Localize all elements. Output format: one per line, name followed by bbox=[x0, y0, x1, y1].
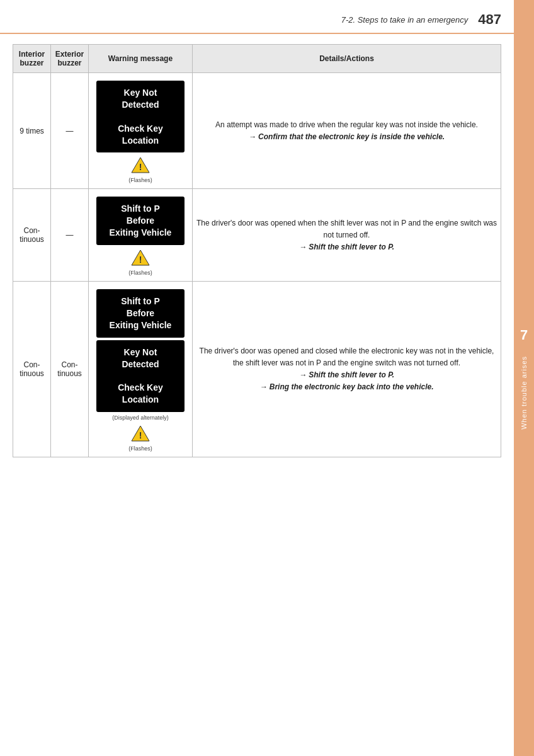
displayed-alternately-label: (Displayed alternately) bbox=[93, 415, 188, 421]
table-row: Con-tinuous Con-tinuous Shift to PBefore… bbox=[13, 282, 501, 457]
warning-triangle-icon-3: ! bbox=[130, 425, 151, 442]
page-header: 7-2. Steps to take in an emergency 487 bbox=[0, 0, 514, 34]
details-arrow-3a: → Shift the shift lever to P. bbox=[299, 370, 394, 379]
warning-triangle-icon-1: ! bbox=[130, 156, 151, 174]
warning-icon-container-2: ! (Flashes) bbox=[93, 249, 188, 276]
col-header-interior: Interior buzzer bbox=[13, 45, 51, 73]
warning-message-2: Shift to PBeforeExiting Vehicle ! (Flash… bbox=[89, 189, 193, 282]
col-header-details: Details/Actions bbox=[193, 45, 501, 73]
interior-buzzer-2: Con-tinuous bbox=[13, 189, 51, 282]
flashes-label-2: (Flashes) bbox=[93, 270, 188, 276]
flashes-label-3: (Flashes) bbox=[93, 445, 188, 452]
warning-box-3b: Key NotDetectedCheck KeyLocation bbox=[96, 340, 185, 412]
svg-text:!: ! bbox=[139, 162, 142, 172]
sidebar-label: When trouble arises bbox=[520, 356, 528, 430]
interior-buzzer-1: 9 times bbox=[13, 73, 51, 189]
exterior-buzzer-3: Con-tinuous bbox=[51, 282, 89, 457]
flashes-label-1: (Flashes) bbox=[93, 177, 188, 183]
details-arrow-3b: → Bring the electronic key back into the… bbox=[259, 382, 433, 391]
svg-text:!: ! bbox=[139, 430, 142, 440]
details-arrow-1: → Confirm that the electronic key is ins… bbox=[249, 132, 445, 141]
table-row: Con-tinuous — Shift to PBeforeExiting Ve… bbox=[13, 189, 501, 282]
warning-message-1: Key NotDetectedCheck KeyLocation ! (Flas… bbox=[89, 73, 193, 189]
warning-message-3: Shift to PBeforeExiting Vehicle Key NotD… bbox=[89, 282, 193, 457]
svg-text:!: ! bbox=[139, 255, 142, 265]
sidebar: 7 When trouble arises bbox=[514, 0, 534, 756]
main-content: 7-2. Steps to take in an emergency 487 I… bbox=[0, 0, 514, 756]
warning-icon-container-1: ! (Flashes) bbox=[93, 156, 188, 183]
details-1: An attempt was made to drive when the re… bbox=[193, 73, 501, 189]
warning-triangle-icon-2: ! bbox=[130, 249, 151, 266]
col-header-warning: Warning message bbox=[89, 45, 193, 73]
header-title: 7-2. Steps to take in an emergency bbox=[341, 15, 469, 25]
exterior-buzzer-1: — bbox=[51, 73, 89, 189]
details-2: The driver's door was opened when the sh… bbox=[193, 189, 501, 282]
sidebar-number: 7 bbox=[520, 327, 528, 343]
warning-box-2: Shift to PBeforeExiting Vehicle bbox=[96, 197, 185, 245]
details-text-3: The driver's door was opened and closed … bbox=[200, 346, 494, 367]
table-header-row: Interior buzzer Exterior buzzer Warning … bbox=[13, 45, 501, 73]
details-text-2: The driver's door was opened when the sh… bbox=[196, 219, 497, 239]
col-header-exterior: Exterior buzzer bbox=[51, 45, 89, 73]
details-3: The driver's door was opened and closed … bbox=[193, 282, 501, 457]
table-row: 9 times — Key NotDetectedCheck KeyLocati… bbox=[13, 73, 501, 189]
details-text-1: An attempt was made to drive when the re… bbox=[215, 120, 478, 129]
warning-table: Interior buzzer Exterior buzzer Warning … bbox=[13, 44, 501, 457]
exterior-buzzer-2: — bbox=[51, 189, 89, 282]
details-arrow-2: → Shift the shift lever to P. bbox=[299, 243, 394, 251]
interior-buzzer-3: Con-tinuous bbox=[13, 282, 51, 457]
warning-box-1: Key NotDetectedCheck KeyLocation bbox=[96, 81, 185, 152]
warning-icon-container-3: ! (Flashes) bbox=[93, 425, 188, 452]
warning-box-3a: Shift to PBeforeExiting Vehicle bbox=[96, 289, 185, 338]
page-number: 487 bbox=[478, 11, 501, 28]
